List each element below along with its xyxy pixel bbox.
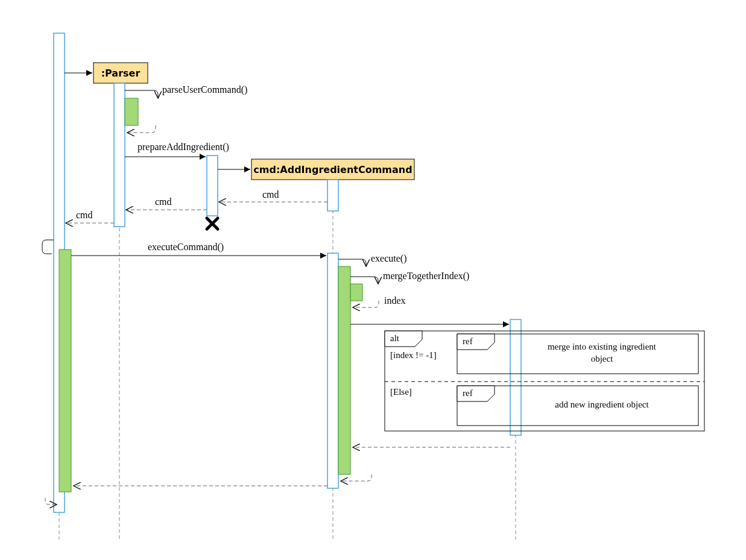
- selfloop-executecommand-in: [42, 240, 54, 254]
- activation-execute-green: [338, 266, 350, 474]
- participant-cmd-label: cmd:AddIngredientCommand: [253, 164, 412, 175]
- activation-parseusercommand: [125, 98, 138, 125]
- ref1-text-a: merge into existing ingredient: [548, 342, 657, 351]
- activation-cmd-create: [327, 180, 338, 211]
- return-execute: [341, 474, 371, 481]
- label-cmd3: cmd: [76, 210, 93, 220]
- message-parseusercommand: [125, 90, 158, 98]
- message-mergetogetherindex: [350, 277, 378, 284]
- message-execute: [338, 259, 366, 266]
- ref1-text-b: object: [591, 354, 613, 363]
- activation-executecommand: [59, 250, 71, 492]
- destroy-icon: [207, 218, 218, 229]
- activation-prepare: [207, 156, 218, 216]
- alt-frame: [385, 331, 704, 431]
- label-prepareaddingredient: prepareAddIngredient(): [138, 142, 229, 153]
- participant-parser-label: :Parser: [101, 68, 141, 79]
- ref2-label: ref: [463, 388, 473, 398]
- activation-parser: [114, 83, 125, 227]
- label-execute: execute(): [371, 253, 407, 264]
- label-cmd1: cmd: [262, 189, 279, 200]
- alt-guard2: [Else]: [390, 387, 412, 397]
- activation-merge: [350, 284, 362, 301]
- activation-right: [510, 319, 521, 435]
- return-index: [353, 301, 379, 307]
- label-parseusercommand: parseUserCommand(): [162, 84, 247, 95]
- sequence-diagram: :Parser parseUserCommand() prepareAddIng…: [0, 0, 746, 560]
- ref1-label: ref: [463, 336, 473, 346]
- return-parseusercommand: [127, 125, 156, 133]
- label-mergetogetherindex: mergeTogetherIndex(): [383, 271, 469, 282]
- ref2-text: add new ingredient object: [555, 400, 649, 409]
- label-cmd2: cmd: [155, 197, 172, 207]
- alt-label: alt: [390, 333, 400, 343]
- activation-cmd-exec: [327, 253, 338, 488]
- alt-guard1: [index != -1]: [390, 350, 437, 360]
- label-executecommand: executeCommand(): [148, 242, 224, 253]
- label-index: index: [384, 295, 406, 306]
